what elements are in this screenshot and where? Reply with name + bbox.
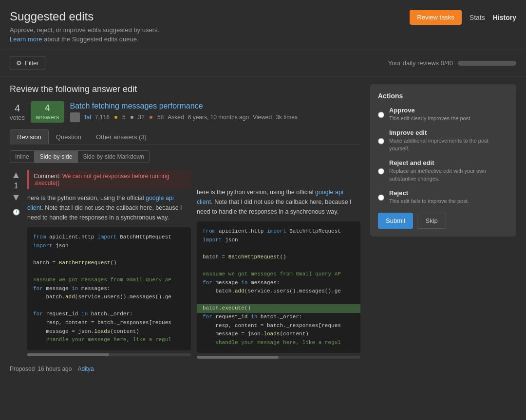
history-button[interactable]	[13, 208, 20, 216]
review-tabs: Revision Question Other answers (3)	[10, 129, 360, 145]
revised-panel: here is the python version, using the of…	[197, 170, 360, 359]
revised-code-block: from apiclient.http import BatchHttpRequ…	[197, 221, 360, 353]
gold-badge-dot	[114, 116, 117, 119]
right-panel: Actions Approve This edit clearly improv…	[370, 84, 516, 372]
view-mode-tabs: Inline Side-by-side Side-by-side Markdow…	[10, 150, 360, 163]
side-by-side-diff: Comment: We can not get responses before…	[27, 170, 360, 359]
answers-number: 4	[36, 103, 59, 113]
filter-button[interactable]: Filter	[10, 56, 45, 70]
action-reject[interactable]: Reject This edit fails to improve the po…	[378, 189, 508, 205]
learn-more-link[interactable]: Learn more	[10, 36, 42, 43]
view-sidebyside[interactable]: Side-by-side	[35, 150, 78, 163]
actions-title: Actions	[378, 92, 508, 100]
daily-reviews: Your daily reviews 0/40	[388, 59, 516, 67]
viewed-label: Viewed	[253, 114, 272, 121]
view-sidebyside-markdown[interactable]: Side-by-side Markdown	[77, 150, 149, 163]
clock-icon	[13, 208, 20, 216]
action-improve-edit[interactable]: Improve edit Make additional improvement…	[378, 129, 508, 152]
question-title-link[interactable]: Batch fetching messages performance	[70, 102, 203, 110]
proposed-time: 16 hours ago	[38, 365, 72, 372]
revised-text: here is the python version, using the of…	[197, 187, 360, 217]
original-panel: Comment: We can not get responses before…	[27, 170, 191, 359]
revised-comment-spacer	[197, 170, 360, 183]
original-scrollbar[interactable]	[27, 353, 191, 356]
filter-label: Filter	[25, 59, 39, 67]
actions-panel: Actions Approve This edit clearly improv…	[370, 84, 516, 237]
reject-and-edit-radio[interactable]	[378, 160, 384, 183]
vote-up-button[interactable]	[11, 170, 21, 180]
votes-label: votes	[10, 114, 25, 121]
improve-edit-desc: Make additional improvements to the post…	[389, 137, 508, 152]
author-link[interactable]: Tal	[84, 114, 91, 121]
approve-desc: This edit clearly improves the post.	[389, 115, 471, 122]
page-header: Suggested edits Approve, reject, or impr…	[0, 0, 526, 50]
reject-label: Reject	[389, 189, 469, 197]
progress-bar	[458, 61, 516, 66]
header-learn-more: Learn more about the Suggested edits que…	[10, 36, 159, 43]
tab-revision[interactable]: Revision	[10, 129, 49, 144]
badges-silver: 32	[138, 114, 145, 121]
asked-label: Asked	[168, 114, 184, 121]
answer-vote-number: 1	[14, 182, 19, 190]
proposed-author-link[interactable]: Aditya	[77, 365, 94, 372]
action-approve[interactable]: Approve This edit clearly improves the p…	[378, 107, 508, 122]
approve-radio[interactable]	[378, 108, 384, 122]
review-heading: Review the following answer edit	[10, 84, 360, 94]
badges-gold: 5	[122, 114, 126, 121]
bronze-badge-dot	[150, 116, 152, 119]
avatar	[70, 112, 80, 122]
question-meta: 4 votes 4 answers Batch fetching message…	[10, 101, 360, 123]
skip-button[interactable]: Skip	[417, 213, 446, 229]
page-title: Suggested edits	[10, 10, 159, 23]
main-content: Review the following answer edit 4 votes…	[0, 76, 526, 380]
actions-buttons: Submit Skip	[378, 213, 508, 229]
header-nav: Review tasks Stats History	[410, 10, 516, 25]
tab-question[interactable]: Question	[49, 129, 89, 144]
vote-count: 4 votes	[10, 103, 25, 121]
diff-comment-original: Comment: We can not get responses before…	[27, 170, 191, 189]
review-tasks-button[interactable]: Review tasks	[410, 10, 462, 25]
chevron-up-icon	[11, 169, 21, 180]
question-info-row: Tal 7,116 5 32 58 Asked 6 years, 10 mont…	[70, 112, 298, 122]
revised-scrollbar[interactable]	[197, 356, 360, 359]
reject-and-edit-desc: Replace an ineffective edit with your ow…	[389, 167, 508, 183]
vote-number: 4	[10, 103, 25, 114]
chevron-down-icon	[11, 192, 21, 202]
view-inline[interactable]: Inline	[10, 150, 35, 163]
revised-api-link[interactable]: google api client	[197, 189, 343, 205]
approve-label: Approve	[389, 107, 471, 114]
viewed-count: 3k times	[276, 114, 298, 121]
user-rep: 7,116	[95, 114, 110, 121]
vote-down-button[interactable]	[11, 192, 21, 202]
daily-reviews-label: Your daily reviews 0/40	[388, 59, 453, 67]
answers-label: answers	[36, 113, 59, 121]
revised-scrollbar-thumb	[197, 356, 279, 359]
reject-and-edit-label: Reject and edit	[389, 159, 508, 166]
original-code-block: from apiclient.http import BatchHttpRequ…	[27, 227, 191, 350]
action-reject-and-edit[interactable]: Reject and edit Replace an ineffective e…	[378, 159, 508, 183]
header-title-area: Suggested edits Approve, reject, or impr…	[10, 10, 159, 45]
proposed-footer: Proposed 16 hours ago Aditya	[10, 365, 360, 372]
vote-column: 1	[10, 170, 27, 359]
tab-other-answers[interactable]: Other answers (3)	[89, 129, 154, 144]
improve-edit-radio[interactable]	[378, 130, 384, 152]
history-nav-link[interactable]: History	[493, 14, 516, 21]
gear-icon	[16, 59, 22, 67]
answer-area: 1 Comment: We can not get responses befo…	[10, 170, 360, 359]
submit-button[interactable]: Submit	[378, 213, 413, 229]
left-panel: Review the following answer edit 4 votes…	[10, 84, 360, 372]
filter-bar: Filter Your daily reviews 0/40	[0, 50, 526, 76]
reject-radio[interactable]	[378, 190, 384, 205]
stats-nav-link[interactable]: Stats	[470, 14, 485, 21]
silver-badge-dot	[131, 116, 133, 119]
improve-edit-label: Improve edit	[389, 129, 508, 136]
reject-desc: This edit fails to improve the post.	[389, 198, 469, 205]
asked-time: 6 years, 10 months ago	[188, 114, 249, 121]
header-description: Approve, reject, or improve edits sugges…	[10, 26, 159, 34]
question-title-area: Batch fetching messages performance Tal …	[70, 102, 298, 122]
original-api-link[interactable]: google api client	[27, 195, 174, 211]
proposed-label: Proposed	[10, 365, 35, 372]
original-scrollbar-thumb	[27, 353, 109, 356]
badges-bronze: 58	[157, 114, 164, 121]
original-text: here is the python version, using the of…	[27, 193, 191, 222]
